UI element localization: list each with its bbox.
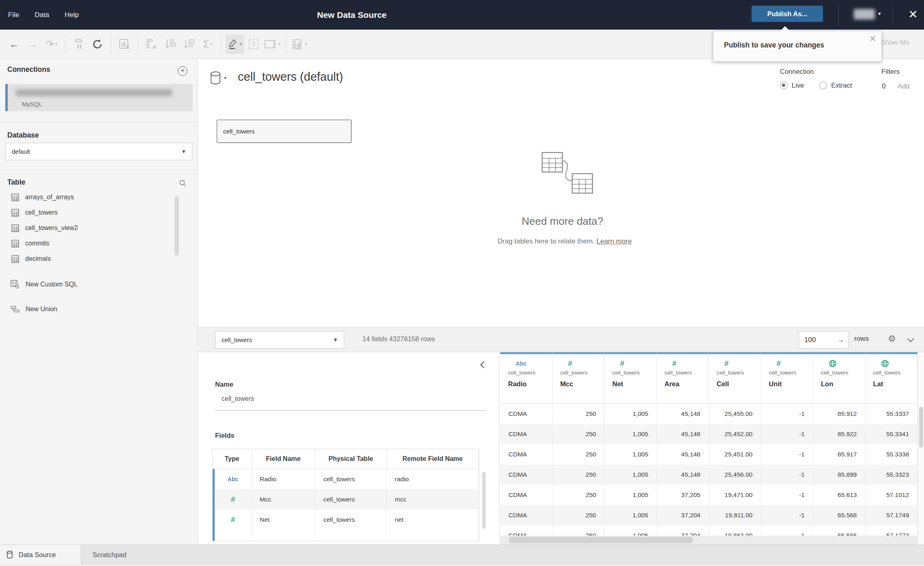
fields-table-row[interactable]: Abc # Radio cell_towers radio (213, 469, 479, 489)
learn-more-link[interactable]: Learn more (597, 237, 632, 245)
column-field-label: Lat (873, 380, 918, 388)
refresh-icon[interactable] (88, 34, 107, 54)
column-field-label: Radio (508, 380, 552, 388)
table-list-item[interactable]: commits (0, 236, 198, 251)
grid-column-header[interactable]: Abc # cell_towers Mcc (553, 352, 605, 404)
fields-table-row[interactable]: Abc # Mcc cell_towers mcc (213, 489, 479, 510)
swap-rows-columns-icon[interactable] (142, 34, 161, 54)
grid-column-header[interactable]: Abc # cell_towers Unit (761, 352, 814, 404)
fit-view-icon[interactable]: ▾ (263, 34, 282, 54)
cell-cell: 25,452.00 (709, 424, 761, 444)
table-list-item[interactable]: arrays_of_arrays (0, 189, 198, 205)
table-list-item[interactable]: cell_towers_view2 (0, 220, 198, 236)
pause-updates-icon[interactable] (69, 34, 88, 54)
highlight-icon[interactable]: ▾ (226, 34, 244, 54)
table-selector[interactable]: cell_towers ▼ (215, 331, 344, 349)
tab-scratchpad[interactable]: Scratchpad (81, 545, 174, 564)
new-union[interactable]: New Union (0, 301, 198, 317)
cell-lon: 85.899 (813, 465, 866, 485)
grid-data-row[interactable]: CDMA 250 1,005 45,148 25,452.00 -1 85.92… (500, 424, 918, 444)
fields-table-row[interactable]: Abc # Net cell_towers net (213, 510, 479, 530)
connection-item[interactable]: MySQL (5, 84, 193, 111)
extract-radio[interactable] (819, 82, 827, 89)
database-select[interactable]: default ▼ (5, 143, 192, 160)
grid-data-row[interactable]: CDMA 250 1,005 45,148 25,455.00 -1 85.91… (500, 404, 918, 424)
table-list-item[interactable]: cell_towers (0, 205, 198, 220)
grid-column-header[interactable]: Abc # cell_towers Net (605, 352, 657, 404)
horizontal-scrollbar-thumb[interactable] (508, 537, 693, 543)
grid-column-header[interactable]: Abc # cell_towers Cell (709, 352, 761, 404)
fields-scrollbar-thumb[interactable] (482, 472, 486, 529)
sort-descending-icon[interactable] (180, 34, 198, 54)
search-icon[interactable] (179, 179, 187, 187)
extract-label: Extract (831, 82, 852, 89)
tab-data-source[interactable]: Data Source (0, 545, 81, 564)
live-radio[interactable] (780, 82, 788, 89)
table-grid-icon (11, 240, 19, 247)
connection-type: MySQL (22, 101, 42, 108)
tab-scratchpad-label: Scratchpad (93, 551, 126, 559)
user-avatar[interactable] (854, 9, 875, 19)
column-field-label: Unit (769, 380, 813, 388)
collapse-preview-icon[interactable] (908, 336, 914, 342)
apply-rows-icon[interactable]: → (837, 331, 844, 348)
filters-add-link[interactable]: Add (898, 82, 909, 90)
fields-rows-summary: 14 fields 43276158 rows (362, 335, 435, 343)
vertical-scrollbar-thumb[interactable] (919, 407, 923, 448)
cell-radio: CDMA (500, 505, 553, 525)
physical-table-cell: cell_towers (315, 510, 387, 530)
show-hide-cards-icon[interactable]: ▾ (290, 34, 309, 54)
cell-lon: 85.912 (813, 404, 866, 424)
sort-ascending-icon[interactable] (161, 34, 180, 54)
new-custom-sql[interactable]: New Custom SQL (0, 276, 198, 293)
divider (138, 35, 138, 54)
name-value[interactable]: cell_towers (222, 395, 254, 402)
datasource-cylinder-icon[interactable] (209, 71, 222, 85)
menu-item[interactable]: File (8, 11, 19, 19)
physical-table-cell: cell_towers (315, 489, 387, 510)
grid-column-header[interactable]: Abc # cell_towers Radio (500, 352, 553, 404)
table-list-item[interactable]: decimals (0, 251, 198, 267)
gear-icon[interactable]: ⚙ (888, 334, 896, 344)
datasource-caret-icon[interactable]: ▾ (224, 75, 226, 81)
menu-item[interactable]: Data (34, 11, 49, 19)
number-type-icon: # (724, 359, 729, 368)
cell-radio: CDMA (500, 465, 553, 485)
table-name: decimals (25, 255, 51, 263)
connection-radio-group: Live Extract (780, 82, 864, 89)
cell-unit: -1 (761, 424, 814, 444)
grid-column-header[interactable]: Abc # cell_towers Area (657, 352, 709, 404)
clear-sheet-icon[interactable] (115, 34, 134, 54)
redo-icon[interactable]: → (24, 34, 42, 54)
close-window-icon[interactable]: ✕ (905, 6, 921, 23)
empty-state: Need more data? Drag tables here to rela… (498, 150, 627, 245)
show-me-button[interactable]: Show Me (881, 39, 909, 47)
table-metadata-panel: Name cell_towers Fields Type Field Name … (198, 352, 500, 544)
totals-icon[interactable]: Σ▾ (198, 34, 217, 54)
menu-item[interactable]: Help (65, 11, 79, 19)
grid-data-row[interactable]: CDMA 250 1,005 37,204 19,811.00 -1 65.56… (500, 505, 918, 525)
row-count-input[interactable]: 100 → (799, 331, 849, 349)
add-connection-icon[interactable]: + (178, 66, 187, 76)
grid-header-row: Abc # cell_towers Radio Abc # cell_tower… (500, 352, 918, 404)
tooltip-close-icon[interactable]: ✕ (869, 34, 877, 44)
cell-lat: 55.3337 (866, 404, 918, 424)
grid-column-header[interactable]: Abc # cell_towers Lat (866, 352, 918, 404)
grid-column-header[interactable]: Abc # cell_towers Lon (813, 352, 866, 404)
filters-label: Filters (881, 68, 900, 75)
grid-data-row[interactable]: CDMA 250 1,005 37,205 19,471.00 -1 65.61… (500, 485, 918, 505)
text-label-icon[interactable]: T (244, 34, 263, 54)
number-type-icon: # (231, 495, 235, 504)
grid-data-row[interactable]: CDMA 250 1,005 45,148 25,456.00 -1 85.89… (500, 465, 918, 485)
collapse-panel-icon[interactable] (480, 362, 486, 368)
publish-as-button[interactable]: Publish As... (752, 6, 823, 22)
replay-icon[interactable]: ↷▾ (42, 34, 61, 54)
grid-data-row[interactable]: CDMA 250 1,005 45,148 25,451.00 -1 85.91… (500, 444, 918, 465)
chevron-down-icon: ▼ (181, 143, 186, 160)
sidebar-scrollbar-thumb[interactable] (174, 196, 179, 256)
menu-bar: File Data Help (8, 0, 79, 30)
cell-unit: -1 (761, 444, 814, 465)
logical-table-card[interactable]: cell_towers (217, 120, 351, 143)
user-menu-caret-icon[interactable]: ▾ (878, 11, 881, 17)
undo-icon[interactable]: ← (5, 34, 24, 54)
